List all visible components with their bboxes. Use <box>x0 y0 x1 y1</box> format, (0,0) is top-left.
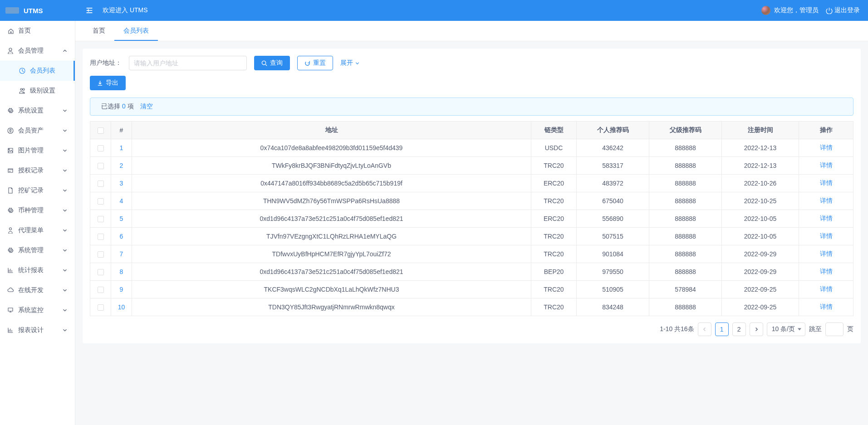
chevron-up-icon <box>62 48 68 54</box>
row-code: 483972 <box>577 175 649 192</box>
page-1[interactable]: 1 <box>715 322 729 336</box>
detail-link[interactable]: 详情 <box>820 250 833 257</box>
monitor-icon <box>7 307 14 313</box>
row-time: 2022-10-05 <box>722 228 799 245</box>
col-header: 地址 <box>132 122 531 139</box>
row-parent: 888888 <box>649 157 722 175</box>
row-checkbox[interactable] <box>98 269 104 275</box>
jump-suffix: 页 <box>847 325 853 333</box>
page-2[interactable]: 2 <box>732 322 746 336</box>
dollar-icon <box>7 127 14 134</box>
detail-link[interactable]: 详情 <box>820 232 833 239</box>
sidebar-sub-会员列表[interactable]: 会员列表 <box>0 61 75 81</box>
next-page-button[interactable] <box>750 322 763 336</box>
row-code: 510905 <box>577 281 649 298</box>
table-row: 30x447147a8016ff934bb8689c5a2d5b65c715b9… <box>90 175 853 192</box>
detail-link[interactable]: 详情 <box>820 303 833 310</box>
row-addr: TWkFy8krBJQF3BNiFdtyqZjvLtyLoAnGVb <box>132 157 531 175</box>
reload-icon <box>304 60 310 66</box>
sidebar-item-首页[interactable]: 首页 <box>0 21 75 41</box>
user-address-input[interactable] <box>129 56 247 70</box>
table-row: 80xd1d96c4137a73e521c251a0c4f75d085ef1ed… <box>90 263 853 281</box>
sidebar-item-统计报表[interactable]: 统计报表 <box>0 260 75 280</box>
selection-count: 0 <box>122 103 126 110</box>
page-size-select[interactable]: 10 条/页 <box>767 322 805 336</box>
main-content: 首页会员列表 用户地址： 查询 重置 展开 <box>75 21 868 425</box>
row-addr: TDfwvxUyBfHpHCM7EfR7gjyYpL7ouiZf72 <box>132 245 531 263</box>
selection-bar: 已选择 0 项 清空 <box>90 98 853 116</box>
row-addr: 0xd1d96c4137a73e521c251a0c4f75d085ef1ed8… <box>132 263 531 281</box>
sidebar-item-代理菜单[interactable]: 代理菜单 <box>0 220 75 240</box>
detail-link[interactable]: 详情 <box>820 268 833 275</box>
query-button[interactable]: 查询 <box>254 56 290 70</box>
row-checkbox[interactable] <box>98 198 104 205</box>
selection-suffix: 项 <box>128 103 134 110</box>
sidebar-collapse-button[interactable] <box>85 6 93 15</box>
sidebar-item-在线开发[interactable]: 在线开发 <box>0 280 75 300</box>
sidebar-sub-级别设置[interactable]: 级别设置 <box>0 81 75 101</box>
sidebar-item-图片管理[interactable]: 图片管理 <box>0 141 75 161</box>
detail-link[interactable]: 详情 <box>820 144 833 151</box>
detail-link[interactable]: 详情 <box>820 197 833 204</box>
jump-page-input[interactable] <box>825 322 843 336</box>
row-chain: TRC20 <box>531 281 577 298</box>
chart-icon <box>7 267 14 274</box>
reset-button[interactable]: 重置 <box>297 56 333 70</box>
tab-会员列表[interactable]: 会员列表 <box>114 21 158 41</box>
cloud-icon <box>7 287 14 293</box>
sidebar: 首页会员管理会员列表级别设置系统设置会员资产图片管理授权记录挖矿记录币种管理代理… <box>0 21 75 425</box>
row-chain: TRC20 <box>531 228 577 245</box>
row-index: 1 <box>111 139 132 157</box>
sidebar-item-会员管理[interactable]: 会员管理 <box>0 41 75 61</box>
row-chain: ERC20 <box>531 210 577 228</box>
sidebar-item-报表设计[interactable]: 报表设计 <box>0 320 75 340</box>
row-addr: 0x447147a8016ff934bb8689c5a2d5b65c715b91… <box>132 175 531 192</box>
sidebar-item-会员资产[interactable]: 会员资产 <box>0 121 75 141</box>
row-code: 436242 <box>577 139 649 157</box>
row-index: 3 <box>111 175 132 192</box>
select-all-checkbox[interactable] <box>98 127 104 134</box>
row-checkbox[interactable] <box>98 304 104 311</box>
sidebar-item-系统设置[interactable]: 系统设置 <box>0 101 75 121</box>
logout-button[interactable]: 退出登录 <box>826 6 860 15</box>
row-checkbox[interactable] <box>98 216 104 222</box>
row-checkbox[interactable] <box>98 163 104 169</box>
detail-link[interactable]: 详情 <box>820 215 833 222</box>
user-menu[interactable]: 欢迎您，管理员 <box>761 6 819 15</box>
prev-page-button[interactable] <box>698 322 711 336</box>
sidebar-item-币种管理[interactable]: 币种管理 <box>0 200 75 220</box>
detail-link[interactable]: 详情 <box>820 285 833 293</box>
chevron-down-icon <box>62 308 68 313</box>
expand-toggle[interactable]: 展开 <box>340 59 360 67</box>
row-index: 8 <box>111 263 132 281</box>
detail-link[interactable]: 详情 <box>820 161 833 169</box>
col-header: 链类型 <box>531 122 577 139</box>
row-parent: 888888 <box>649 175 722 192</box>
row-code: 834248 <box>577 298 649 316</box>
row-checkbox[interactable] <box>98 181 104 187</box>
sidebar-item-系统监控[interactable]: 系统监控 <box>0 300 75 320</box>
row-code: 979550 <box>577 263 649 281</box>
detail-link[interactable]: 详情 <box>820 179 833 186</box>
tab-首页[interactable]: 首页 <box>83 21 114 41</box>
chevron-down-icon <box>62 327 68 333</box>
col-header: # <box>111 122 132 139</box>
row-checkbox[interactable] <box>98 145 104 151</box>
chevron-right-icon <box>754 327 759 332</box>
export-button[interactable]: 导出 <box>90 76 126 90</box>
row-parent: 888888 <box>649 263 722 281</box>
clear-selection-button[interactable]: 清空 <box>140 103 153 111</box>
row-code: 675040 <box>577 192 649 210</box>
download-icon <box>97 80 103 86</box>
row-checkbox[interactable] <box>98 287 104 293</box>
row-checkbox[interactable] <box>98 234 104 240</box>
avatar <box>761 6 770 15</box>
sidebar-item-授权记录[interactable]: 授权记录 <box>0 161 75 181</box>
row-addr: THN9WV5dMZh76y56TmWSPPa6RsHsUa8888 <box>132 192 531 210</box>
sidebar-item-系统管理[interactable]: 系统管理 <box>0 240 75 260</box>
sidebar-item-挖矿记录[interactable]: 挖矿记录 <box>0 181 75 200</box>
row-checkbox[interactable] <box>98 251 104 258</box>
gear-icon <box>7 207 14 214</box>
row-index: 2 <box>111 157 132 175</box>
table-row: 10TDN3QY85Jft3RwgyatjRNmrwRmwkn8qwqxTRC2… <box>90 298 853 316</box>
